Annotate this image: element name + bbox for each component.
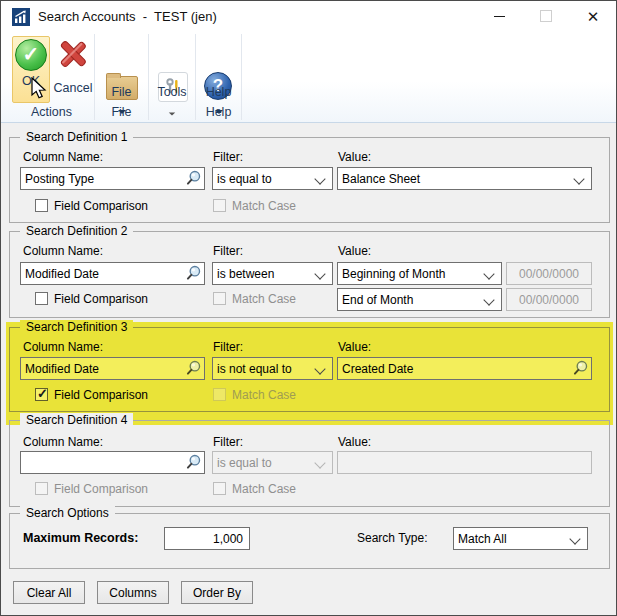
column-name-label: Column Name: [23, 340, 103, 354]
search-options-legend: Search Options [20, 506, 115, 520]
field-comparison-label: Field Comparison [54, 199, 148, 213]
app-icon [12, 8, 30, 26]
cancel-x-icon [57, 38, 89, 70]
def2-column-lookup-button[interactable] [183, 264, 203, 283]
help-label: Help [196, 85, 241, 99]
maximize-button [526, 1, 566, 31]
ribbon-group-help: Help [196, 105, 241, 119]
chevron-down-icon [569, 533, 580, 544]
chevron-down-icon [314, 363, 325, 374]
chevron-down-icon [314, 268, 325, 279]
search-definition-2-legend: Search Definition 2 [20, 224, 133, 238]
magnifier-icon [184, 169, 203, 187]
def1-column-lookup-button[interactable] [183, 169, 203, 188]
maximum-records-field[interactable]: 1,000 [164, 527, 250, 550]
tools-label: Tools [149, 85, 195, 99]
def1-match-case-checkbox [213, 199, 226, 212]
ribbon-group-file: File [95, 105, 148, 119]
magnifier-icon [184, 359, 203, 377]
chevron-down-icon [483, 294, 494, 305]
field-comparison-label: Field Comparison [54, 482, 148, 496]
window-title: Search Accounts - TEST (jen) [38, 9, 217, 24]
match-case-label: Match Case [232, 199, 296, 213]
filter-label: Filter: [213, 244, 243, 258]
def3-value-field[interactable]: Created Date [337, 357, 592, 380]
file-label: File [95, 85, 148, 99]
field-comparison-label: Field Comparison [54, 388, 148, 402]
chevron-down-icon [314, 457, 325, 468]
search-definition-4-legend: Search Definition 4 [20, 413, 133, 427]
filter-label: Filter: [213, 150, 243, 164]
def3-match-case-checkbox [213, 388, 226, 401]
def4-value-field [337, 451, 592, 474]
search-definition-1-legend: Search Definition 1 [20, 130, 133, 144]
ribbon-separator [241, 34, 242, 120]
magnifier-icon [184, 453, 203, 471]
def4-field-comparison-checkbox [35, 482, 48, 495]
tools-group-caret-icon [169, 112, 175, 115]
def3-column-lookup-button[interactable] [183, 359, 203, 378]
order-by-button[interactable]: Order By [181, 581, 253, 604]
close-icon: ✕ [587, 9, 600, 24]
def4-column-name-field[interactable] [20, 451, 205, 474]
ribbon-toolbar: ✓ OK Cancel File [1, 32, 616, 123]
clear-all-button[interactable]: Clear All [13, 581, 85, 604]
value-label: Value: [338, 244, 371, 258]
def2-value-end-dropdown[interactable]: End of Month [337, 288, 502, 311]
def2-date-end-field: 00/00/0000 [506, 288, 592, 311]
chevron-down-icon [483, 268, 494, 279]
filter-label: Filter: [213, 340, 243, 354]
columns-button[interactable]: Columns [97, 581, 169, 604]
match-case-label: Match Case [232, 388, 296, 402]
search-type-label: Search Type: [357, 531, 428, 545]
mouse-cursor-icon [28, 77, 50, 101]
minimize-icon [494, 16, 505, 17]
def2-field-comparison-checkbox[interactable] [35, 292, 48, 305]
value-label: Value: [338, 340, 371, 354]
def1-filter-dropdown[interactable]: is equal to [212, 167, 333, 190]
value-label: Value: [338, 435, 371, 449]
minimize-button[interactable] [479, 1, 519, 31]
def2-date-start-field: 00/00/0000 [506, 262, 592, 285]
search-definition-3-legend: Search Definition 3 [20, 320, 133, 334]
maximum-records-label: Maximum Records: [23, 531, 138, 545]
close-button[interactable]: ✕ [573, 1, 613, 31]
def2-filter-dropdown[interactable]: is between [212, 262, 333, 285]
def2-match-case-checkbox [213, 292, 226, 305]
def3-field-comparison-checkbox[interactable] [35, 388, 48, 401]
column-name-label: Column Name: [23, 150, 103, 164]
def1-field-comparison-checkbox[interactable] [35, 199, 48, 212]
search-type-dropdown[interactable]: Match All [453, 527, 588, 550]
titlebar: Search Accounts - TEST (jen) ✕ [1, 1, 616, 32]
filter-label: Filter: [213, 435, 243, 449]
def3-column-name-field[interactable]: Modified Date [20, 357, 205, 380]
def2-column-name-field[interactable]: Modified Date [20, 262, 205, 285]
value-label: Value: [338, 150, 371, 164]
cancel-button[interactable]: Cancel [52, 36, 94, 103]
column-name-label: Column Name: [23, 244, 103, 258]
ribbon-group-tools-caret[interactable] [149, 105, 195, 119]
search-accounts-window: Search Accounts - TEST (jen) ✕ ✓ OK Canc… [0, 0, 617, 616]
magnifier-icon [184, 264, 203, 282]
def3-value-lookup-button[interactable] [570, 359, 590, 378]
chevron-down-icon [573, 173, 584, 184]
def1-column-name-field[interactable]: Posting Type [20, 167, 205, 190]
match-case-label: Match Case [232, 292, 296, 306]
match-case-label: Match Case [232, 482, 296, 496]
chevron-down-icon [314, 173, 325, 184]
def4-match-case-checkbox [213, 482, 226, 495]
maximize-icon [540, 10, 552, 22]
def4-column-lookup-button[interactable] [183, 453, 203, 472]
magnifier-icon [571, 359, 590, 377]
def2-value-start-dropdown[interactable]: Beginning of Month [337, 262, 502, 285]
column-name-label: Column Name: [23, 435, 103, 449]
ok-check-icon: ✓ [15, 39, 47, 71]
cancel-label: Cancel [52, 81, 94, 95]
def1-value-dropdown[interactable]: Balance Sheet [337, 167, 592, 190]
def4-filter-dropdown: is equal to [212, 451, 333, 474]
ribbon-group-actions: Actions [9, 105, 94, 119]
field-comparison-label: Field Comparison [54, 292, 148, 306]
def3-filter-dropdown[interactable]: is not equal to [212, 357, 333, 380]
